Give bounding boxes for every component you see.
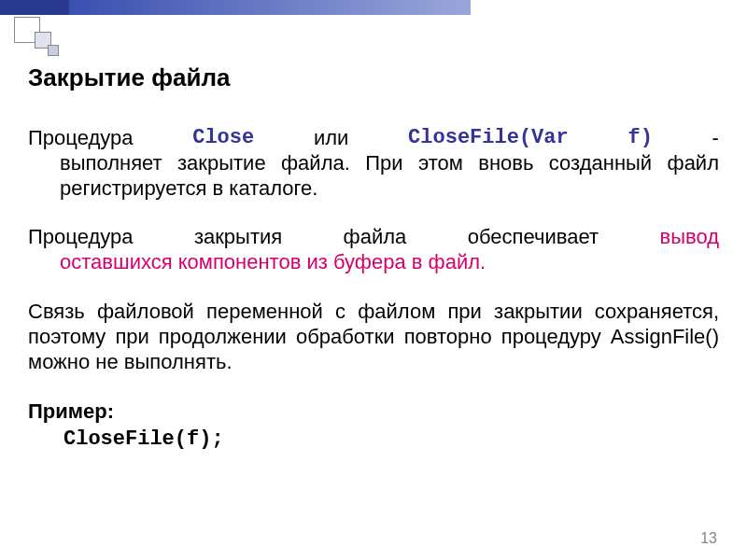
keyword-close: Close [192,126,254,151]
text: закрытия [194,225,282,250]
header-stripe-gradient [69,0,471,15]
paragraph-3-text: Связь файловой переменной с файлом при з… [28,300,719,374]
page-number: 13 [700,530,717,547]
example-label: Пример: [28,399,719,424]
text: обеспечивает [468,225,599,250]
header-stripe-dark [0,0,69,15]
highlight-text: вывод [659,225,719,250]
text: Процедура [28,225,133,250]
square-small-icon [48,45,59,56]
slide-title: Закрытие файла [28,63,719,92]
text: - [712,126,719,151]
keyword-closefile: CloseFile(Var [408,126,569,151]
paragraph-1: Процедура Close или CloseFile(Var f) - в… [28,126,719,201]
paragraph-1-rest: выполняет закрытие файла. При этом вновь… [28,151,719,202]
highlight-text-rest: оставшихся компонентов из буфера в файл. [28,250,719,275]
slide-content: Закрытие файла Процедура Close или Close… [28,63,719,451]
header-stripe-light [471,0,747,15]
header-stripe [0,0,747,15]
keyword-closefile-arg: f) [627,126,652,151]
decorative-squares [14,17,70,59]
paragraph-2: Процедура закрытия файла обеспечивает вы… [28,225,719,275]
paragraph-3: Связь файловой переменной с файлом при з… [28,300,719,374]
text: Процедура [28,126,133,151]
example-code: CloseFile(f); [28,427,719,451]
text: или [314,126,348,151]
text: файла [344,225,407,250]
